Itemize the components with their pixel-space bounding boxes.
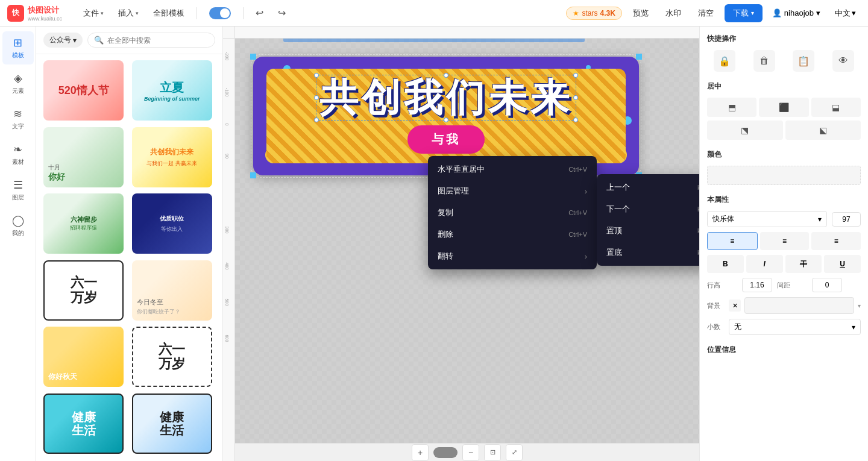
category-tag[interactable]: 公众号 ▾ [43, 33, 83, 48]
logo-sub-text: www.kuaitu.cc [28, 16, 62, 22]
undo-btn[interactable]: ↩ [251, 5, 268, 21]
sidebar-item-text[interactable]: ≋ 文字 [2, 102, 34, 136]
main-layout: ⊞ 模板 ◈ 元素 ≋ 文字 ❧ 素材 ☰ 图层 ◯ 我的 公众号 ▾ [0, 27, 868, 461]
bg-remove-btn[interactable]: ✕ [729, 299, 741, 312]
ctx-item-delete[interactable]: 删除 Ctrl+V [428, 224, 597, 245]
lang-selector[interactable]: 中文 ▾ [830, 5, 861, 21]
insert-menu-btn[interactable]: 插入 ▾ [113, 5, 143, 21]
preview-btn[interactable]: 预览 [627, 5, 655, 21]
strikethrough-btn[interactable]: 干 [785, 255, 822, 273]
all-templates-btn[interactable]: 全部模板 [148, 5, 189, 21]
bg-chevron-icon[interactable]: ▾ [858, 303, 861, 309]
underline-btn[interactable]: U [824, 255, 861, 273]
submenu-item-top[interactable]: 置顶 key [597, 220, 699, 242]
align-center-h-btn[interactable]: ⬛ [759, 98, 808, 117]
align-title: 居中 [707, 81, 861, 92]
lock-btn[interactable]: 🔒 [714, 50, 735, 72]
watermark-btn[interactable]: 水印 [659, 5, 687, 21]
align-center-v-btn[interactable]: ⬔ [707, 121, 783, 140]
zoom-toggle[interactable] [433, 447, 458, 458]
template-thumb-10[interactable]: 六一万岁 [132, 327, 212, 387]
download-label: 下载 [733, 8, 749, 19]
template-thumb-1[interactable]: 520情人节 [43, 60, 124, 121]
file-menu-btn[interactable]: 文件 ▾ [78, 5, 108, 21]
align-left-btn[interactable]: ⬒ [707, 98, 756, 117]
italic-btn[interactable]: I [746, 255, 783, 273]
clear-btn[interactable]: 清空 [692, 5, 720, 21]
delete-btn[interactable]: 🗑 [753, 50, 775, 72]
ctx-label-flip: 翻转 [438, 251, 453, 262]
zoom-out-btn[interactable]: − [462, 444, 479, 461]
template-panel: 公众号 ▾ 🔍 520情人节 立夏 Beginning of summer 十月… [36, 27, 223, 461]
redo-btn[interactable]: ↪ [273, 5, 291, 21]
copy-btn[interactable]: 📋 [793, 50, 814, 72]
template-thumb-9[interactable]: 你好秋天 [43, 327, 124, 387]
submenu-item-bottom[interactable]: 置底 key [597, 242, 699, 263]
search-box[interactable]: 🔍 [87, 33, 215, 48]
xiaoshu-label: 小数 [707, 322, 725, 331]
search-input[interactable] [107, 36, 209, 45]
xiaoshu-selector[interactable]: 无 ▾ [729, 319, 861, 335]
main-text: 共创我们未来 [319, 78, 573, 117]
template-thumb-2[interactable]: 立夏 Beginning of summer [132, 60, 212, 121]
font-selector[interactable]: 快乐体 ▾ [707, 211, 827, 227]
ruler-container: 148 300 400 500 600 700 777 900 -200 -10… [223, 27, 699, 461]
template-thumb-3[interactable]: 十月 你好 [43, 127, 124, 187]
logo-icon: 快 [7, 5, 24, 22]
template-thumb-7[interactable]: 六一万岁 [43, 260, 124, 321]
text-element-container[interactable]: 共创我们未来 [319, 78, 573, 117]
template-thumb-8[interactable]: 今日冬至 你们都吃饺子了？ [132, 260, 212, 321]
toggle-switch[interactable] [209, 7, 231, 19]
download-btn[interactable]: 下载 ▾ [725, 4, 763, 22]
align-right-text-btn[interactable]: ≡ [811, 232, 861, 250]
nav-divider-1 [197, 7, 197, 19]
template-thumb-6[interactable]: 优质职位 等你出入 [132, 193, 212, 254]
ctx-item-flip[interactable]: 翻转 › [428, 245, 597, 267]
sidebar-item-template[interactable]: ⊞ 模板 [2, 31, 34, 64]
user-area[interactable]: 👤 nihaojob ▾ [767, 6, 825, 20]
lang-chevron-icon: ▾ [852, 8, 856, 17]
template-thumb-5[interactable]: 六神留步 招聘程序猿 [43, 193, 124, 254]
submenu-item-down[interactable]: 下一个 key [597, 198, 699, 220]
template-thumb-12[interactable]: 健康生活 [132, 394, 212, 454]
quick-actions-section: 快捷操作 🔒 🗑 📋 👁 [707, 34, 861, 72]
color-palette[interactable] [707, 166, 861, 185]
align-right-btn[interactable]: ⬓ [811, 98, 861, 117]
ctx-arrow-layer: › [585, 187, 587, 196]
canvas-scroll[interactable]: 共创我们未来 与我 水平垂直居中 Ctrl+V 图层管理 [235, 39, 699, 461]
eye-btn[interactable]: 👁 [832, 50, 854, 72]
align-left-text-btn[interactable]: ≡ [707, 232, 758, 250]
context-menu: 水平垂直居中 Ctrl+V 图层管理 › 复制 Ctrl+V 删除 Ctrl+V [428, 156, 597, 269]
spacing-input[interactable]: 0 [812, 278, 842, 292]
align-center-text-btn[interactable]: ≡ [760, 232, 810, 250]
align-row: ⬔ ⬕ [707, 121, 861, 140]
stars-badge[interactable]: ★ stars 4.3K [566, 7, 621, 20]
bold-btn[interactable]: B [707, 255, 744, 273]
mine-icon: ◯ [12, 214, 24, 227]
download-chevron-icon: ▾ [751, 10, 754, 16]
ctx-item-copy[interactable]: 复制 Ctrl+V [428, 202, 597, 224]
submenu-label-down: 下一个 [606, 204, 630, 215]
align-bottom-btn[interactable]: ⬕ [785, 121, 861, 140]
font-size-input[interactable]: 97 [832, 212, 861, 227]
line-height-label: 行高 [707, 281, 737, 290]
bg-value[interactable] [744, 297, 854, 314]
sidebar-item-element[interactable]: ◈ 元素 [2, 67, 34, 100]
zoom-in-btn[interactable]: + [412, 444, 429, 461]
category-label: 公众号 [49, 35, 71, 45]
ctx-item-layer[interactable]: 图层管理 › [428, 180, 597, 202]
fullscreen-btn[interactable]: ⤢ [506, 444, 523, 461]
font-name: 快乐体 [712, 214, 734, 224]
sidebar-item-layer[interactable]: ☰ 图层 [2, 174, 34, 207]
submenu-item-up[interactable]: 上一个 key [597, 177, 699, 198]
template-thumb-4[interactable]: 共创我们未来 与我们一起 共赢未来 [132, 127, 212, 187]
template-thumb-11[interactable]: 健康生活 [43, 394, 124, 454]
lang-label: 中文 [835, 8, 851, 19]
panel-header: 公众号 ▾ 🔍 [36, 27, 222, 54]
sidebar-item-material[interactable]: ❧ 素材 [2, 138, 34, 171]
sidebar-item-mine[interactable]: ◯ 我的 [2, 209, 34, 242]
file-chevron-icon: ▾ [101, 10, 104, 16]
ctx-item-center[interactable]: 水平垂直居中 Ctrl+V [428, 158, 597, 180]
fit-btn[interactable]: ⊡ [484, 444, 501, 461]
line-height-input[interactable]: 1.16 [742, 278, 772, 292]
